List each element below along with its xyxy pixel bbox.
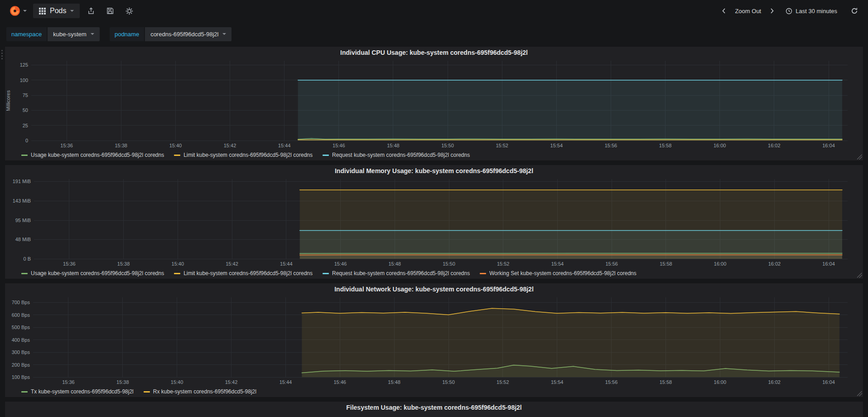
- series-color-mark: [21, 273, 28, 274]
- svg-text:16:04: 16:04: [822, 261, 835, 267]
- share-button[interactable]: [83, 5, 99, 17]
- svg-text:15:44: 15:44: [278, 143, 291, 148]
- series-color-mark: [174, 155, 180, 156]
- svg-text:15:40: 15:40: [171, 379, 183, 385]
- svg-text:15:56: 15:56: [605, 261, 618, 267]
- svg-text:191 MiB: 191 MiB: [13, 179, 31, 184]
- svg-text:15:54: 15:54: [551, 261, 564, 267]
- panel-title[interactable]: Filesystem Usage: kube-system coredns-69…: [346, 404, 522, 411]
- panel-resize-handle[interactable]: [857, 273, 862, 278]
- chevron-down-icon: [23, 10, 27, 12]
- svg-text:15:50: 15:50: [442, 379, 455, 385]
- svg-text:50: 50: [23, 107, 28, 113]
- svg-text:15:48: 15:48: [388, 261, 401, 267]
- legend-item[interactable]: Limit kube-system coredns-695f96dcd5-98j…: [174, 152, 313, 158]
- row-drag-handle[interactable]: [1, 50, 3, 51]
- svg-text:15:46: 15:46: [333, 143, 345, 148]
- memory-usage-chart[interactable]: 15:3615:3815:4015:4215:4415:4615:4815:50…: [5, 176, 863, 268]
- legend-label: Usage kube-system coredns-695f96dcd5-98j…: [31, 270, 164, 276]
- podname-select[interactable]: coredns-695f96dcd5-98j2l: [145, 27, 231, 41]
- svg-text:300 Bps: 300 Bps: [12, 349, 30, 355]
- panel-resize-handle[interactable]: [857, 155, 862, 160]
- settings-button[interactable]: [121, 5, 137, 18]
- dashboard-panels: Individual CPU Usage: kube-system coredn…: [0, 46, 868, 417]
- save-button[interactable]: [102, 5, 118, 17]
- svg-text:16:04: 16:04: [822, 143, 835, 148]
- network-usage-chart[interactable]: 15:3615:3815:4015:4215:4415:4615:4815:50…: [5, 295, 863, 386]
- svg-text:16:02: 16:02: [768, 379, 781, 385]
- dashboards-grid-icon: [39, 8, 46, 15]
- svg-text:400 Bps: 400 Bps: [12, 337, 30, 343]
- svg-text:15:58: 15:58: [660, 261, 672, 267]
- svg-text:15:50: 15:50: [443, 261, 455, 267]
- svg-text:500 Bps: 500 Bps: [12, 325, 30, 330]
- legend-label: Limit kube-system coredns-695f96dcd5-98j…: [183, 152, 313, 158]
- chart-canvas: 15:3615:3815:4015:4215:4415:4615:4815:50…: [5, 295, 863, 386]
- panel-filesystem-usage: Filesystem Usage: kube-system coredns-69…: [5, 401, 863, 417]
- panel-title[interactable]: Individual Memory Usage: kube-system cor…: [335, 167, 533, 175]
- svg-text:15:56: 15:56: [605, 379, 618, 385]
- filesystem-usage-chart[interactable]: [5, 413, 863, 417]
- panel-resize-handle[interactable]: [857, 391, 862, 396]
- legend-item[interactable]: Rx kube-system coredns-695f96dcd5-98j2l: [144, 388, 256, 395]
- dashboard-title: Pods: [50, 7, 66, 15]
- panel-cpu-usage: Individual CPU Usage: kube-system coredn…: [5, 46, 863, 161]
- svg-text:15:44: 15:44: [280, 261, 293, 267]
- svg-text:15:42: 15:42: [225, 379, 238, 385]
- cpu-usage-chart[interactable]: Millicores15:3615:3815:4015:4215:4415:46…: [5, 58, 863, 150]
- legend-label: Working Set kube-system coredns-695f96dc…: [489, 270, 637, 276]
- zoom-out-button[interactable]: Zoom Out: [733, 5, 763, 17]
- svg-text:16:00: 16:00: [714, 261, 727, 267]
- chart-canvas: 15:3615:3815:4015:4215:4415:4615:4815:50…: [5, 176, 863, 268]
- legend-item[interactable]: Usage kube-system coredns-695f96dcd5-98j…: [21, 152, 164, 158]
- svg-text:95 MiB: 95 MiB: [15, 218, 31, 223]
- svg-text:125: 125: [20, 62, 28, 68]
- variable-podname: podname coredns-695f96dcd5-98j2l: [110, 27, 232, 41]
- svg-text:15:36: 15:36: [60, 143, 73, 148]
- svg-text:15:54: 15:54: [551, 379, 564, 385]
- grafana-logo[interactable]: [6, 3, 29, 19]
- time-shift-back-button[interactable]: [717, 5, 731, 17]
- svg-text:15:44: 15:44: [280, 379, 292, 385]
- legend-label: Rx kube-system coredns-695f96dcd5-98j2l: [153, 388, 256, 395]
- time-range-label: Last 30 minutes: [796, 8, 837, 15]
- panel-header: Filesystem Usage: kube-system coredns-69…: [5, 402, 863, 413]
- svg-text:15:42: 15:42: [226, 261, 238, 267]
- panel-memory-usage: Individual Memory Usage: kube-system cor…: [5, 165, 863, 279]
- panel-title[interactable]: Individual CPU Usage: kube-system coredn…: [340, 49, 528, 56]
- chart-canvas: Millicores15:3615:3815:4015:4215:4415:46…: [5, 58, 863, 150]
- cpu-usage-legend: Usage kube-system coredns-695f96dcd5-98j…: [5, 150, 863, 160]
- namespace-value: kube-system: [53, 31, 87, 38]
- legend-item[interactable]: Request kube-system coredns-695f96dcd5-9…: [323, 152, 470, 158]
- legend-label: Tx kube-system coredns-695f96dcd5-98j2l: [31, 388, 134, 395]
- namespace-select[interactable]: kube-system: [48, 27, 100, 41]
- refresh-button[interactable]: [847, 5, 862, 17]
- time-range-picker[interactable]: Last 30 minutes: [781, 5, 842, 17]
- svg-text:16:00: 16:00: [714, 379, 727, 385]
- navbar-right: Zoom Out Last 30 minutes: [717, 5, 862, 17]
- svg-text:15:48: 15:48: [387, 143, 400, 148]
- legend-item[interactable]: Usage kube-system coredns-695f96dcd5-98j…: [21, 270, 164, 276]
- svg-text:16:04: 16:04: [822, 379, 835, 385]
- panel-title[interactable]: Individual Network Usage: kube-system co…: [334, 286, 534, 293]
- legend-label: Usage kube-system coredns-695f96dcd5-98j…: [31, 152, 164, 158]
- chevron-down-icon: [70, 10, 74, 12]
- legend-item[interactable]: Tx kube-system coredns-695f96dcd5-98j2l: [21, 388, 134, 395]
- svg-text:15:52: 15:52: [497, 261, 510, 267]
- dashboard-picker[interactable]: Pods: [33, 4, 80, 18]
- legend-label: Request kube-system coredns-695f96dcd5-9…: [332, 270, 470, 276]
- legend-item[interactable]: Working Set kube-system coredns-695f96dc…: [480, 270, 637, 276]
- svg-text:15:52: 15:52: [497, 379, 509, 385]
- panel-header: Individual Memory Usage: kube-system cor…: [5, 165, 863, 176]
- svg-text:15:40: 15:40: [172, 261, 184, 267]
- time-shift-forward-button[interactable]: [765, 5, 779, 17]
- legend-item[interactable]: Request kube-system coredns-695f96dcd5-9…: [323, 270, 470, 276]
- svg-text:16:02: 16:02: [768, 143, 781, 148]
- panel-header: Individual Network Usage: kube-system co…: [5, 283, 863, 295]
- legend-item[interactable]: Limit kube-system coredns-695f96dcd5-98j…: [174, 270, 313, 276]
- svg-text:143 MiB: 143 MiB: [13, 198, 31, 204]
- svg-text:600 Bps: 600 Bps: [12, 312, 30, 318]
- legend-label: Request kube-system coredns-695f96dcd5-9…: [332, 152, 470, 158]
- svg-text:75: 75: [23, 92, 28, 98]
- svg-text:15:38: 15:38: [116, 379, 129, 385]
